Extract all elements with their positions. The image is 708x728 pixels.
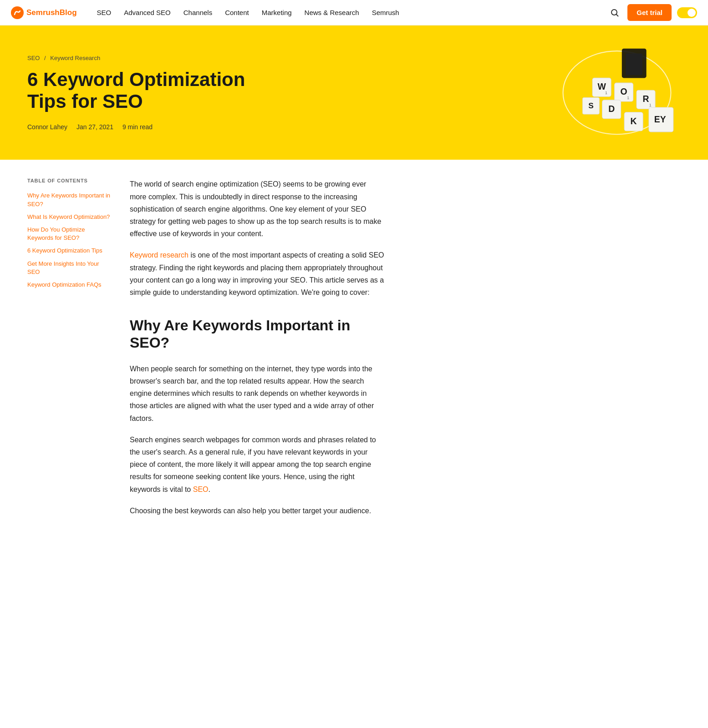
page-title: 6 Keyword Optimization Tips for SEO [27, 69, 264, 113]
article-meta: Connor Lahey Jan 27, 2021 9 min read [27, 123, 264, 131]
nav-item-content[interactable]: Content [219, 5, 255, 20]
toc-link-more-insights[interactable]: Get More Insights Into Your SEO [27, 258, 112, 278]
logo-text: SemrushBlog [26, 8, 77, 17]
nav-actions: Get trial [607, 4, 697, 21]
scrabble-illustration: W 1 O 1 R 1 D K EY S [553, 44, 681, 142]
svg-text:D: D [608, 104, 615, 114]
toc-list: Why Are Keywords Important in SEO? What … [27, 190, 112, 291]
section1-paragraph-1: When people search for something on the … [130, 363, 385, 425]
main-content: The world of search engine optimization … [130, 178, 385, 526]
keyword-research-link[interactable]: Keyword research [130, 251, 188, 259]
logo-blog: Blog [60, 8, 77, 17]
svg-point-1 [611, 10, 617, 15]
nav-item-marketing[interactable]: Marketing [256, 5, 297, 20]
hero-section: SEO / Keyword Research 6 Keyword Optimiz… [0, 25, 708, 160]
svg-text:O: O [621, 86, 627, 96]
nav-item-seo[interactable]: SEO [92, 5, 117, 20]
nav-item-channels[interactable]: Channels [178, 5, 218, 20]
breadcrumb: SEO / Keyword Research [27, 55, 264, 61]
seo-link[interactable]: SEO [193, 485, 209, 493]
toc-item: How Do You Optimize Keywords for SEO? [27, 224, 112, 244]
section1-p2-text: Search engines search webpages for commo… [130, 436, 376, 493]
section1-p2-suffix: . [209, 485, 210, 493]
svg-rect-5 [626, 54, 642, 75]
toc-heading: TABLE OF CONTENTS [27, 178, 112, 183]
nav-item-news-research[interactable]: News & Research [299, 5, 365, 20]
svg-text:K: K [631, 116, 637, 126]
toc-link-faqs[interactable]: Keyword Optimization FAQs [27, 279, 112, 291]
section1-heading: Why Are Keywords Important in SEO? [130, 317, 385, 352]
logo-link[interactable]: SemrushBlog [11, 6, 77, 19]
table-of-contents: TABLE OF CONTENTS Why Are Keywords Impor… [27, 178, 112, 526]
logo-brand: Semrush [26, 8, 60, 17]
read-time: 9 min read [122, 123, 153, 131]
publish-date: Jan 27, 2021 [76, 123, 113, 131]
toc-link-keywords-important[interactable]: Why Are Keywords Important in SEO? [27, 190, 112, 210]
search-button[interactable] [607, 5, 622, 20]
toc-item: Keyword Optimization FAQs [27, 279, 112, 291]
toc-link-what-is-keyword[interactable]: What Is Keyword Optimization? [27, 211, 112, 223]
navigation: SemrushBlog SEO Advanced SEO Channels Co… [0, 0, 708, 25]
content-wrapper: TABLE OF CONTENTS Why Are Keywords Impor… [0, 160, 501, 544]
svg-text:1: 1 [627, 96, 629, 100]
section1-paragraph-2: Search engines search webpages for commo… [130, 434, 385, 495]
breadcrumb-seo[interactable]: SEO [27, 55, 40, 61]
svg-text:1: 1 [649, 103, 652, 107]
svg-text:EY: EY [654, 114, 666, 124]
breadcrumb-keyword-research[interactable]: Keyword Research [50, 55, 100, 61]
toc-item: 6 Keyword Optimization Tips [27, 245, 112, 257]
intro-paragraph-2: Keyword research is one of the most impo… [130, 249, 385, 298]
author-name: Connor Lahey [27, 123, 67, 131]
toc-link-how-optimize[interactable]: How Do You Optimize Keywords for SEO? [27, 224, 112, 244]
svg-point-0 [11, 6, 24, 19]
svg-text:R: R [643, 94, 649, 104]
toc-link-6-tips[interactable]: 6 Keyword Optimization Tips [27, 245, 112, 257]
semrush-logo-icon [11, 6, 24, 19]
svg-text:1: 1 [605, 91, 607, 95]
nav-item-advanced-seo[interactable]: Advanced SEO [118, 5, 176, 20]
toc-item: What Is Keyword Optimization? [27, 211, 112, 223]
breadcrumb-separator: / [44, 55, 47, 61]
svg-line-2 [616, 14, 619, 16]
toc-item: Get More Insights Into Your SEO [27, 258, 112, 278]
hero-illustration: W 1 O 1 R 1 D K EY S [553, 44, 681, 142]
svg-text:S: S [588, 101, 594, 110]
hero-left: SEO / Keyword Research 6 Keyword Optimiz… [27, 55, 264, 131]
toc-item: Why Are Keywords Important in SEO? [27, 190, 112, 210]
nav-item-semrush[interactable]: Semrush [367, 5, 405, 20]
get-trial-button[interactable]: Get trial [627, 4, 672, 21]
nav-links: SEO Advanced SEO Channels Content Market… [92, 5, 608, 20]
section1-paragraph-3: Choosing the best keywords can also help… [130, 505, 385, 517]
intro-paragraph-1: The world of search engine optimization … [130, 178, 385, 240]
search-icon [610, 8, 619, 17]
theme-toggle[interactable] [677, 7, 697, 18]
